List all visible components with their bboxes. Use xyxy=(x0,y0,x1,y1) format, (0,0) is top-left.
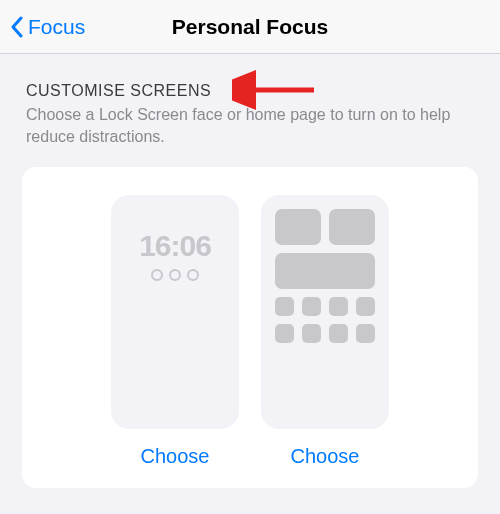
widget-icon xyxy=(275,209,321,245)
app-icon xyxy=(356,324,375,343)
app-icon xyxy=(302,324,321,343)
home-screen-preview[interactable] xyxy=(261,195,389,429)
app-icon xyxy=(329,297,348,316)
chevron-left-icon xyxy=(10,16,24,38)
lock-screen-option: 16:06 Choose xyxy=(111,195,239,468)
home-screen-option: Choose xyxy=(261,195,389,468)
lock-screen-preview[interactable]: 16:06 xyxy=(111,195,239,429)
dot-icon xyxy=(187,269,199,281)
screens-row: 16:06 Choose xyxy=(42,195,458,468)
back-label: Focus xyxy=(28,15,85,39)
lock-time: 16:06 xyxy=(121,229,229,263)
choose-lock-screen-button[interactable]: Choose xyxy=(141,445,210,468)
widget-wide-icon xyxy=(275,253,375,289)
section-subtext: Choose a Lock Screen face or home page t… xyxy=(22,104,478,147)
section-header: CUSTOMISE SCREENS xyxy=(22,82,478,100)
app-icon xyxy=(275,297,294,316)
app-icon xyxy=(329,324,348,343)
content: CUSTOMISE SCREENS Choose a Lock Screen f… xyxy=(0,54,500,488)
nav-bar: Focus Personal Focus xyxy=(0,0,500,54)
dot-icon xyxy=(169,269,181,281)
app-icon xyxy=(356,297,375,316)
dot-icon xyxy=(151,269,163,281)
app-icon xyxy=(275,324,294,343)
page-title: Personal Focus xyxy=(172,15,328,39)
back-button[interactable]: Focus xyxy=(10,15,85,39)
home-grid xyxy=(271,209,379,343)
app-icon xyxy=(302,297,321,316)
choose-home-screen-button[interactable]: Choose xyxy=(291,445,360,468)
lock-dots xyxy=(121,269,229,281)
customise-card: 16:06 Choose xyxy=(22,167,478,488)
widget-icon xyxy=(329,209,375,245)
